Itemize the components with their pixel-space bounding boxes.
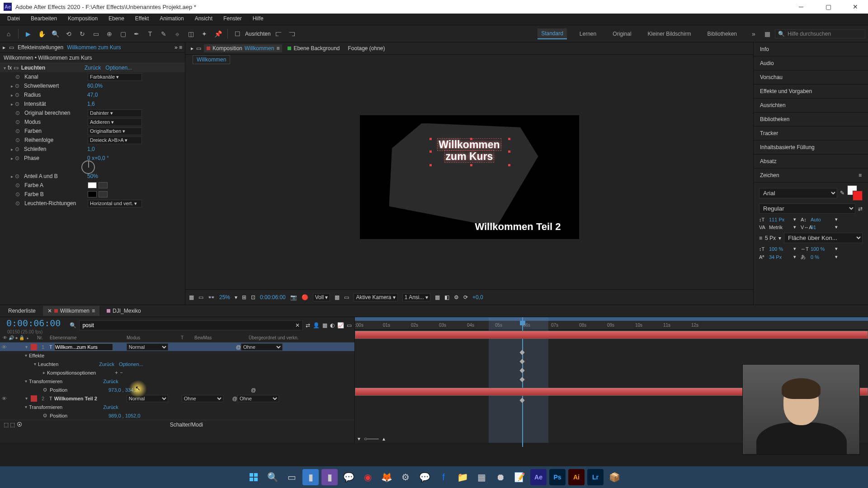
font-style-select[interactable]: Regular	[759, 203, 855, 214]
stopwatch-icon[interactable]: ⊙	[15, 155, 21, 161]
param-dropdown[interactable]: Addieren ▾	[88, 118, 142, 126]
stopwatch-icon[interactable]: ⊙	[15, 119, 22, 125]
toggle-switches-icon[interactable]: ⬚ ⬚ ⦿	[4, 422, 22, 428]
param-dropdown[interactable]: Farbkanäle ▾	[88, 73, 142, 81]
snap-opt2-icon[interactable]: ⫎	[286, 28, 298, 40]
effect-reset[interactable]: Zurück	[99, 361, 114, 367]
stopwatch-icon[interactable]: ⊙	[15, 146, 21, 152]
workspace-bibliotheken[interactable]: Bibliotheken	[704, 29, 741, 39]
tracking[interactable]: 91	[811, 225, 832, 230]
panel-vorschau[interactable]: Vorschau	[754, 70, 868, 84]
layer-name-input[interactable]	[54, 343, 113, 351]
parent-select[interactable]: Ohne	[241, 343, 283, 351]
glasses-icon[interactable]: 👓	[208, 294, 215, 300]
menu-ansicht[interactable]: Ansicht	[189, 14, 218, 25]
stopwatch-icon[interactable]: ⊙	[43, 387, 47, 393]
font-size[interactable]: 111 Px	[769, 217, 791, 222]
taskbar-app[interactable]: ▮	[302, 469, 319, 485]
snap-opt1-icon[interactable]: ⫍	[273, 28, 284, 40]
expand-icon[interactable]: ▸	[11, 84, 13, 89]
stopwatch-icon[interactable]: ⊙	[15, 173, 21, 179]
time-display[interactable]: 0:00:06:00	[260, 294, 286, 300]
col-parent[interactable]: Übergeordnet und verkn.	[249, 335, 299, 340]
menu-hilfe[interactable]: Hilfe	[247, 14, 269, 25]
panel-ausrichten[interactable]: Ausrichten	[754, 99, 868, 113]
parent-pick-icon[interactable]: @	[232, 396, 237, 401]
stopwatch-icon[interactable]: ⊙	[15, 110, 22, 116]
param-value[interactable]: 50%	[87, 173, 98, 179]
param-value[interactable]: 47,0	[87, 92, 98, 98]
timeline-tab[interactable]: ✕ Willkommen ≡	[43, 306, 99, 316]
transform-handle[interactable]	[429, 164, 432, 166]
messenger-icon[interactable]: 💬	[416, 469, 433, 485]
parent-pick-icon[interactable]: @	[251, 387, 256, 393]
orbit-tool-icon[interactable]: ⟲	[63, 28, 75, 40]
effects-group[interactable]: Effekte	[29, 353, 44, 358]
color-swatch[interactable]	[88, 191, 97, 197]
lightroom-icon[interactable]: Lr	[587, 469, 604, 485]
fx-panel-menu-icon[interactable]: » ≡	[175, 44, 182, 51]
stopwatch-icon[interactable]: ⊙	[15, 92, 21, 98]
expand-icon[interactable]: ▸	[11, 102, 13, 107]
comp-crumb[interactable]: Willkommen	[193, 55, 230, 64]
fx-lock-icon[interactable]: ▭	[9, 44, 14, 51]
illustrator-icon[interactable]: Ai	[568, 469, 585, 485]
param-dropdown[interactable]: Originalfarben ▾	[88, 127, 142, 135]
after-effects-icon[interactable]: Ae	[530, 469, 547, 485]
taskbar-app[interactable]: ◉	[359, 469, 376, 485]
viewer-tab[interactable]: KompositionWillkommen ≡	[204, 44, 282, 52]
visibility-icon[interactable]: 👁	[2, 344, 8, 350]
transform-handle[interactable]	[470, 138, 472, 140]
panel-zeichen[interactable]: Zeichen	[760, 172, 779, 178]
fx-name[interactable]: Leuchten	[21, 65, 85, 71]
panel-menu-icon[interactable]: ≡	[859, 172, 862, 178]
roi-icon[interactable]: ▭	[344, 294, 349, 300]
menu-fenster[interactable]: Fenster	[218, 14, 247, 25]
zoom-out-icon[interactable]: ▾	[358, 436, 360, 442]
leading[interactable]: Auto	[811, 217, 832, 222]
vc-icon1[interactable]: ▦	[435, 294, 440, 300]
position-value[interactable]: 973,0 , 334,2	[108, 387, 137, 393]
param-dropdown[interactable]: Dreieck A>B>A ▾	[88, 136, 142, 144]
vc-icon3[interactable]: ⚙	[454, 294, 459, 300]
menu-bearbeiten[interactable]: Bearbeiten	[25, 14, 62, 25]
stopwatch-icon[interactable]: ⊙	[15, 200, 22, 206]
timecode[interactable]: 0:00:06:00	[3, 317, 64, 329]
vc-icon2[interactable]: ◧	[444, 294, 449, 300]
minimize-button[interactable]: ─	[792, 2, 810, 11]
expand-icon[interactable]: ▸	[11, 93, 13, 98]
viewer-lock-icon[interactable]: ▭	[196, 45, 201, 52]
rotate-tool-icon[interactable]: ↻	[76, 28, 88, 40]
switches-label[interactable]: Schalter/Modi	[22, 422, 351, 428]
pen-tool-icon[interactable]: ✒	[131, 28, 142, 40]
taskbar-app[interactable]: 📝	[511, 469, 528, 485]
graph-icon[interactable]: 📈	[337, 322, 344, 328]
help-search[interactable]: Hilfe durchsuchen	[788, 31, 831, 37]
param-dropdown[interactable]: Horizontal und vert. ▾	[88, 200, 142, 207]
motion-blur-icon[interactable]: ◐	[330, 322, 335, 328]
effect-leuchten[interactable]: Leuchten	[38, 361, 58, 367]
position-prop[interactable]: Position	[50, 387, 108, 393]
timeline-tab[interactable]: Renderliste	[4, 306, 40, 316]
fx-toggle-icon[interactable]: ▸	[3, 44, 5, 51]
effect-options[interactable]: Optionen...	[119, 361, 143, 367]
views-select[interactable]: 1 Ansi... ▾	[402, 293, 430, 301]
font-family-select[interactable]: Arial	[759, 188, 837, 198]
position-prop[interactable]: Position	[50, 413, 108, 418]
eyedropper-icon[interactable]	[99, 182, 108, 188]
zoom-slider[interactable]: ○───	[364, 436, 379, 442]
fx-reset[interactable]: Zurück	[85, 65, 101, 71]
transparency-icon[interactable]: ▦	[335, 294, 340, 300]
kerning[interactable]: Metrik	[769, 225, 791, 230]
exposure-value[interactable]: +0,0	[472, 294, 483, 300]
blend-mode-select[interactable]: Normal	[127, 343, 168, 351]
position-value[interactable]: 989,0 , 1052,0	[108, 413, 140, 418]
comp-flow-icon[interactable]: ⇄	[306, 322, 310, 328]
workspace-kleiner bildschirm[interactable]: Kleiner Bildschirm	[644, 29, 695, 39]
tsume[interactable]: 0 %	[811, 254, 832, 260]
photoshop-icon[interactable]: Ps	[549, 469, 566, 485]
workspace-original[interactable]: Original	[609, 29, 635, 39]
stroke-width[interactable]: 5 Px	[765, 235, 776, 241]
panel-info[interactable]: Info	[754, 42, 868, 56]
panel-absatz[interactable]: Absatz	[754, 155, 868, 169]
